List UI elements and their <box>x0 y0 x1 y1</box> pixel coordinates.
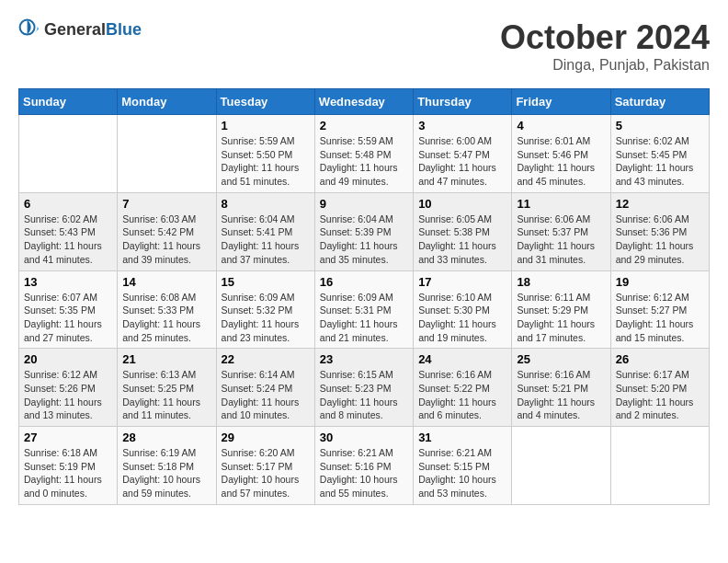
calendar-day-cell: 2Sunrise: 5:59 AMSunset: 5:48 PMDaylight… <box>314 115 413 193</box>
day-info: Sunrise: 6:04 AMSunset: 5:41 PMDaylight:… <box>222 213 310 267</box>
calendar-day-cell <box>118 115 216 193</box>
day-info: Sunrise: 6:20 AMSunset: 5:17 PMDaylight:… <box>222 446 310 500</box>
day-info: Sunrise: 5:59 AMSunset: 5:48 PMDaylight:… <box>320 134 408 189</box>
calendar-day-cell: 15Sunrise: 6:09 AMSunset: 5:32 PMDayligh… <box>216 270 314 349</box>
day-number: 10 <box>418 197 506 211</box>
calendar-day-cell: 3Sunrise: 6:00 AMSunset: 5:47 PMDaylight… <box>414 115 512 193</box>
calendar-day-cell: 4Sunrise: 6:01 AMSunset: 5:46 PMDaylight… <box>512 115 610 193</box>
calendar-day-cell: 26Sunrise: 6:17 AMSunset: 5:20 PMDayligh… <box>610 349 709 427</box>
calendar-day-cell: 20Sunrise: 6:12 AMSunset: 5:26 PMDayligh… <box>19 349 118 427</box>
day-number: 14 <box>122 275 210 289</box>
logo-text-block: GeneralBlue <box>44 20 142 40</box>
day-number: 17 <box>418 275 506 289</box>
calendar-day-cell: 30Sunrise: 6:21 AMSunset: 5:16 PMDayligh… <box>314 427 413 505</box>
day-info: Sunrise: 6:17 AMSunset: 5:20 PMDaylight:… <box>616 368 704 422</box>
day-info: Sunrise: 6:12 AMSunset: 5:27 PMDaylight:… <box>616 291 704 345</box>
calendar-day-cell: 9Sunrise: 6:04 AMSunset: 5:39 PMDaylight… <box>314 192 413 270</box>
day-info: Sunrise: 6:15 AMSunset: 5:23 PMDaylight:… <box>320 368 408 422</box>
day-number: 31 <box>418 431 506 444</box>
calendar-day-cell: 11Sunrise: 6:06 AMSunset: 5:37 PMDayligh… <box>512 192 610 270</box>
calendar-week-row: 27Sunrise: 6:18 AMSunset: 5:19 PMDayligh… <box>19 427 710 505</box>
day-info: Sunrise: 6:07 AMSunset: 5:35 PMDaylight:… <box>24 291 112 345</box>
calendar-day-cell: 19Sunrise: 6:12 AMSunset: 5:27 PMDayligh… <box>610 270 709 349</box>
day-number: 8 <box>222 197 310 211</box>
calendar-day-cell: 16Sunrise: 6:09 AMSunset: 5:31 PMDayligh… <box>314 270 413 349</box>
location-title: Dinga, Punjab, Pakistan <box>500 57 710 74</box>
day-info: Sunrise: 6:09 AMSunset: 5:31 PMDaylight:… <box>320 291 408 345</box>
day-number: 7 <box>122 197 210 211</box>
day-number: 3 <box>418 119 506 132</box>
calendar-day-cell: 13Sunrise: 6:07 AMSunset: 5:35 PMDayligh… <box>19 270 118 349</box>
day-number: 15 <box>222 275 310 289</box>
calendar-day-cell: 24Sunrise: 6:16 AMSunset: 5:22 PMDayligh… <box>414 349 512 427</box>
day-info: Sunrise: 6:09 AMSunset: 5:32 PMDaylight:… <box>222 291 310 345</box>
day-number: 12 <box>616 197 704 211</box>
weekday-header: Monday <box>118 89 216 115</box>
calendar-week-row: 13Sunrise: 6:07 AMSunset: 5:35 PMDayligh… <box>19 270 710 349</box>
calendar-day-cell: 5Sunrise: 6:02 AMSunset: 5:45 PMDaylight… <box>610 115 709 193</box>
calendar-day-cell <box>512 427 610 505</box>
day-info: Sunrise: 6:16 AMSunset: 5:22 PMDaylight:… <box>418 368 506 422</box>
weekday-header: Friday <box>512 89 610 115</box>
calendar-day-cell: 1Sunrise: 5:59 AMSunset: 5:50 PMDaylight… <box>216 115 314 193</box>
day-info: Sunrise: 6:02 AMSunset: 5:43 PMDaylight:… <box>24 213 112 267</box>
day-number: 16 <box>320 275 408 289</box>
calendar-day-cell: 28Sunrise: 6:19 AMSunset: 5:18 PMDayligh… <box>118 427 216 505</box>
day-info: Sunrise: 6:00 AMSunset: 5:47 PMDaylight:… <box>418 134 506 189</box>
day-info: Sunrise: 6:13 AMSunset: 5:25 PMDaylight:… <box>122 368 210 422</box>
day-number: 6 <box>24 197 112 211</box>
day-info: Sunrise: 6:21 AMSunset: 5:16 PMDaylight:… <box>320 446 408 500</box>
calendar-body: 1Sunrise: 5:59 AMSunset: 5:50 PMDaylight… <box>19 115 710 505</box>
calendar-day-cell <box>19 115 118 193</box>
day-info: Sunrise: 6:01 AMSunset: 5:46 PMDaylight:… <box>517 134 605 189</box>
calendar-day-cell: 21Sunrise: 6:13 AMSunset: 5:25 PMDayligh… <box>118 349 216 427</box>
day-number: 25 <box>517 352 605 366</box>
day-info: Sunrise: 6:06 AMSunset: 5:37 PMDaylight:… <box>517 213 605 267</box>
svg-point-0 <box>20 20 35 35</box>
calendar-day-cell: 12Sunrise: 6:06 AMSunset: 5:36 PMDayligh… <box>610 192 709 270</box>
day-number: 4 <box>517 119 605 132</box>
day-info: Sunrise: 6:18 AMSunset: 5:19 PMDaylight:… <box>24 446 112 500</box>
day-number: 20 <box>24 352 112 366</box>
day-info: Sunrise: 6:11 AMSunset: 5:29 PMDaylight:… <box>517 291 605 345</box>
calendar-week-row: 1Sunrise: 5:59 AMSunset: 5:50 PMDaylight… <box>19 115 710 193</box>
day-number: 13 <box>24 275 112 289</box>
month-title: October 2024 <box>500 18 710 57</box>
calendar-day-cell: 27Sunrise: 6:18 AMSunset: 5:19 PMDayligh… <box>19 427 118 505</box>
day-number: 21 <box>122 352 210 366</box>
day-info: Sunrise: 6:02 AMSunset: 5:45 PMDaylight:… <box>616 134 704 189</box>
day-info: Sunrise: 6:05 AMSunset: 5:38 PMDaylight:… <box>418 213 506 267</box>
logo: GeneralBlue <box>18 18 142 40</box>
day-number: 1 <box>222 119 310 132</box>
weekday-header: Saturday <box>610 89 709 115</box>
day-number: 28 <box>122 431 210 444</box>
weekday-header: Thursday <box>414 89 512 115</box>
calendar-day-cell: 17Sunrise: 6:10 AMSunset: 5:30 PMDayligh… <box>414 270 512 349</box>
calendar-day-cell: 22Sunrise: 6:14 AMSunset: 5:24 PMDayligh… <box>216 349 314 427</box>
day-info: Sunrise: 6:21 AMSunset: 5:15 PMDaylight:… <box>418 446 506 500</box>
calendar-day-cell: 7Sunrise: 6:03 AMSunset: 5:42 PMDaylight… <box>118 192 216 270</box>
calendar-day-cell: 6Sunrise: 6:02 AMSunset: 5:43 PMDaylight… <box>19 192 118 270</box>
calendar-day-cell: 8Sunrise: 6:04 AMSunset: 5:41 PMDaylight… <box>216 192 314 270</box>
day-number: 5 <box>616 119 704 132</box>
calendar-day-cell: 23Sunrise: 6:15 AMSunset: 5:23 PMDayligh… <box>314 349 413 427</box>
day-number: 11 <box>517 197 605 211</box>
day-number: 2 <box>320 119 408 132</box>
day-info: Sunrise: 6:10 AMSunset: 5:30 PMDaylight:… <box>418 291 506 345</box>
page-header: GeneralBlue October 2024 Dinga, Punjab, … <box>18 18 710 74</box>
calendar-table: SundayMondayTuesdayWednesdayThursdayFrid… <box>18 88 710 505</box>
calendar-day-cell: 10Sunrise: 6:05 AMSunset: 5:38 PMDayligh… <box>414 192 512 270</box>
day-number: 27 <box>24 431 112 444</box>
day-info: Sunrise: 6:16 AMSunset: 5:21 PMDaylight:… <box>517 368 605 422</box>
weekday-header: Wednesday <box>314 89 413 115</box>
calendar-header: SundayMondayTuesdayWednesdayThursdayFrid… <box>19 89 710 115</box>
logo-general: General <box>44 20 106 39</box>
calendar-week-row: 6Sunrise: 6:02 AMSunset: 5:43 PMDaylight… <box>19 192 710 270</box>
calendar-day-cell: 18Sunrise: 6:11 AMSunset: 5:29 PMDayligh… <box>512 270 610 349</box>
calendar-day-cell: 14Sunrise: 6:08 AMSunset: 5:33 PMDayligh… <box>118 270 216 349</box>
calendar-day-cell: 29Sunrise: 6:20 AMSunset: 5:17 PMDayligh… <box>216 427 314 505</box>
calendar-week-row: 20Sunrise: 6:12 AMSunset: 5:26 PMDayligh… <box>19 349 710 427</box>
day-info: Sunrise: 6:19 AMSunset: 5:18 PMDaylight:… <box>122 446 210 500</box>
logo-icon <box>18 18 40 40</box>
calendar-day-cell: 31Sunrise: 6:21 AMSunset: 5:15 PMDayligh… <box>414 427 512 505</box>
